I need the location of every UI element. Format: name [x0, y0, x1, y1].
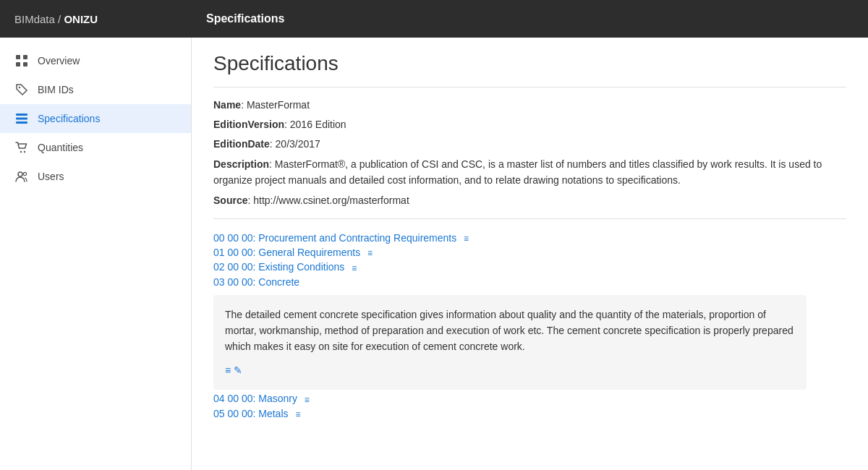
spec-link-4[interactable]: 04 00 00: Masonry [213, 393, 300, 404]
spec-title-5: Metals [258, 408, 288, 419]
spec-code-2: 02 00 00 [213, 261, 253, 273]
tag-icon [14, 82, 29, 97]
spec-item-2: 02 00 00: Existing Conditions ≡ [213, 261, 846, 273]
edit-list-icon[interactable]: ≡ ✎ [225, 362, 795, 378]
main-layout: Overview BIM IDs Specifications [0, 38, 868, 470]
svg-rect-0 [16, 55, 20, 59]
brand-prefix: BIMdata / [14, 13, 64, 25]
spec-link-2[interactable]: 02 00 00: Existing Conditions [213, 261, 347, 273]
spec-description-text: The detailed cement concrete specificati… [225, 309, 793, 353]
spec-item-1: 01 00 00: General Requirements ≡ [213, 247, 846, 258]
sidebar-label-bim-ids: BIM IDs [38, 84, 74, 95]
sidebar-label-quantities: Quantities [38, 142, 83, 153]
spec-code-1: 01 00 00 [213, 247, 253, 258]
meta-desc-value: MasterFormat®, a publication of CSI and … [213, 158, 822, 186]
list-lines-icon-2: ≡ [352, 263, 357, 273]
spec-title-1: General Requirements [258, 247, 360, 258]
sidebar-label-overview: Overview [38, 55, 80, 67]
spec-link-0[interactable]: 00 00 00: Procurement and Contracting Re… [213, 232, 459, 244]
svg-point-4 [19, 87, 20, 88]
list-lines-icon-0: ≡ [464, 234, 469, 244]
meta-source-value: http://www.csinet.org/masterformat [253, 195, 409, 206]
svg-point-8 [20, 151, 22, 153]
meta-name-label: Name [213, 99, 241, 111]
spec-list: 00 00 00: Procurement and Contracting Re… [213, 232, 846, 419]
sidebar-item-bim-ids[interactable]: BIM IDs [0, 75, 191, 104]
sidebar-item-users[interactable]: Users [0, 162, 191, 191]
svg-rect-2 [16, 62, 20, 67]
divider-1 [213, 87, 846, 87]
meta-desc-label: Description [213, 158, 269, 170]
spec-code-3: 03 00 00 [213, 276, 253, 288]
svg-rect-3 [23, 62, 27, 67]
spec-title-2: Existing Conditions [258, 261, 344, 273]
sidebar-label-users: Users [38, 171, 64, 182]
svg-rect-1 [23, 55, 27, 59]
divider-2 [213, 218, 846, 219]
spec-title-3: Concrete [258, 276, 299, 288]
meta-section: Name: MasterFormat EditionVersion: 2016 … [213, 98, 846, 208]
brand-name: ONIZU [64, 13, 98, 25]
sidebar-item-quantities[interactable]: Quantities [0, 133, 191, 162]
list-lines-icon-4: ≡ [305, 395, 310, 405]
spec-item-4: 04 00 00: Masonry ≡ [213, 393, 846, 404]
spec-code-5: 05 00 00 [213, 408, 253, 419]
cart-icon [14, 140, 29, 155]
spec-description-box: The detailed cement concrete specificati… [213, 295, 807, 390]
spec-code-4: 04 00 00 [213, 393, 253, 404]
page-title: Specifications [213, 52, 846, 75]
spec-item-3: 03 00 00: Concrete The detailed cement c… [213, 276, 846, 390]
meta-edition-row: EditionVersion: 2016 Edition [213, 117, 846, 132]
meta-edition-label: EditionVersion [213, 119, 284, 130]
meta-name-value: MasterFormat [247, 99, 310, 111]
list-lines-icon-5: ≡ [295, 409, 300, 419]
spec-item-5: 05 00 00: Metals ≡ [213, 408, 846, 419]
spec-link-5[interactable]: 05 00 00: Metals [213, 408, 291, 419]
brand: BIMdata / ONIZU [0, 13, 192, 25]
list-lines-icon-1: ≡ [367, 248, 373, 258]
svg-rect-7 [16, 121, 27, 124]
sidebar-item-specifications[interactable]: Specifications [0, 104, 191, 133]
top-bar-title: Specifications [192, 12, 299, 25]
meta-edition-value: 2016 Edition [290, 119, 346, 130]
top-bar: BIMdata / ONIZU Specifications [0, 0, 868, 38]
meta-name-row: Name: MasterFormat [213, 98, 846, 113]
spec-title-0: Procurement and Contracting Requirements [258, 232, 456, 244]
spec-title-4: Masonry [258, 393, 297, 404]
meta-source-label: Source [213, 195, 247, 206]
svg-point-10 [18, 172, 22, 176]
meta-date-label: EditionDate [213, 138, 270, 150]
svg-point-11 [23, 172, 26, 175]
sidebar: Overview BIM IDs Specifications [0, 38, 192, 470]
users-icon [14, 169, 29, 184]
sidebar-label-specifications: Specifications [38, 113, 100, 124]
meta-desc-row: Description: MasterFormat®, a publicatio… [213, 156, 846, 189]
svg-rect-6 [16, 118, 27, 120]
grid-icon [14, 54, 29, 68]
spec-link-1[interactable]: 01 00 00: General Requirements [213, 247, 363, 258]
main-content: Specifications Name: MasterFormat Editio… [192, 38, 868, 470]
sidebar-item-overview[interactable]: Overview [0, 46, 191, 75]
meta-date-value: 20/3/2017 [276, 138, 320, 150]
meta-source-row: Source: http://www.csinet.org/masterform… [213, 193, 846, 208]
spec-item-0: 00 00 00: Procurement and Contracting Re… [213, 232, 846, 244]
svg-point-9 [24, 151, 25, 153]
spec-code-0: 00 00 00 [213, 232, 253, 244]
spec-link-3[interactable]: 03 00 00: Concrete [213, 276, 299, 288]
meta-date-row: EditionDate: 20/3/2017 [213, 137, 846, 152]
svg-rect-5 [16, 114, 27, 116]
list-icon [14, 111, 29, 126]
